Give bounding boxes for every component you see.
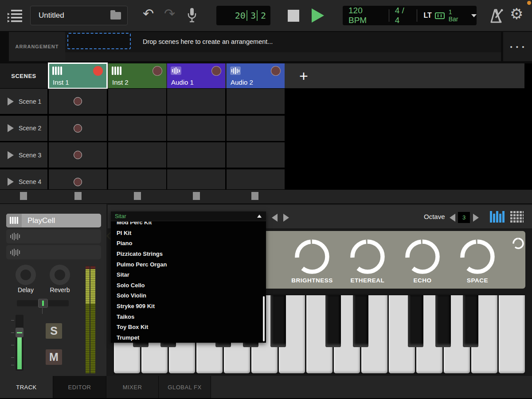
track-header-inst-2[interactable]: Inst 2 [108, 63, 166, 88]
sound-item[interactable]: Mod Perc Kit [111, 222, 266, 228]
sound-item[interactable]: Pizzicato Strings [111, 249, 266, 259]
clip-cell[interactable] [227, 89, 285, 114]
preset-prev-button[interactable] [272, 214, 278, 222]
chevron-down-icon[interactable] [471, 14, 477, 17]
record-armed-dot[interactable] [93, 66, 103, 76]
metronome-icon[interactable] [489, 8, 505, 24]
clip-cell[interactable] [49, 116, 107, 141]
white-key[interactable] [499, 295, 525, 373]
stop-clips-button[interactable] [193, 192, 200, 200]
stop-clips-button[interactable] [20, 192, 27, 200]
macro-knob-space[interactable] [459, 238, 496, 275]
clip-cell[interactable] [227, 116, 285, 141]
song-menu-icon[interactable] [7, 8, 23, 23]
stop-clips-button[interactable] [134, 192, 141, 200]
clip-cell[interactable] [167, 116, 225, 141]
clip-record-dot[interactable] [74, 97, 82, 106]
mini-knob-icon[interactable] [511, 236, 525, 250]
black-key[interactable] [408, 295, 423, 347]
scene-row-label[interactable]: Scene 1 [0, 89, 47, 114]
add-track-button[interactable]: + [290, 63, 317, 88]
play-button[interactable] [312, 8, 324, 23]
tab-mixer[interactable]: MIXER [106, 376, 159, 398]
sound-item[interactable]: Taikos [111, 311, 266, 322]
scene-play-icon[interactable] [8, 98, 14, 106]
sound-item[interactable]: Toy Box Kit [111, 322, 266, 332]
track-header-audio-2[interactable]: Audio 2 [227, 63, 285, 88]
redo-button[interactable]: ↷ [164, 6, 175, 21]
clip-cell[interactable] [108, 116, 166, 141]
scene-row-label[interactable]: Scene 3 [0, 142, 47, 168]
track-header-audio-1[interactable]: Audio 1 [167, 63, 225, 88]
undo-button[interactable]: ↶ [143, 6, 154, 21]
track-header-inst-1[interactable]: Inst 1 [49, 63, 107, 88]
clip-cell[interactable] [227, 169, 285, 190]
solo-button[interactable]: S [46, 323, 62, 339]
sound-item[interactable]: Pulmo Perc Organ [111, 259, 266, 270]
fx-slot-2[interactable] [6, 245, 101, 259]
fx-slot-1[interactable] [6, 229, 101, 243]
preset-next-button[interactable] [283, 214, 289, 222]
record-dot[interactable] [153, 66, 162, 76]
tempo-value[interactable]: 120 BPM [343, 6, 389, 25]
clip-record-dot[interactable] [74, 124, 82, 133]
arrangement-more-button[interactable]: • • • [503, 32, 532, 61]
sound-item[interactable]: PI Kit [111, 228, 266, 239]
macro-knob-brightness[interactable] [293, 238, 331, 275]
macro-knob-echo[interactable] [404, 238, 441, 275]
reverb-knob[interactable] [50, 265, 70, 285]
keyboard-view-icon[interactable] [490, 211, 505, 223]
black-key[interactable] [325, 295, 341, 347]
clip-cell[interactable] [167, 142, 225, 168]
pan-slider-handle[interactable] [38, 299, 48, 308]
scene-row-label[interactable]: Scene 2 [0, 116, 47, 141]
clip-cell[interactable] [49, 169, 107, 190]
settings-gear-icon[interactable]: ⚙ [510, 5, 523, 23]
count-in-value[interactable]: 1 Bar [449, 8, 463, 23]
clip-cell[interactable] [108, 169, 166, 190]
sound-item[interactable]: Stryke 909 Kit [111, 301, 266, 312]
tab-editor[interactable]: EDITOR [53, 376, 106, 398]
volume-fader-handle[interactable] [16, 328, 23, 337]
sound-item[interactable]: Solo Violin [111, 290, 266, 301]
scene-row-label[interactable]: Scene 4 [0, 169, 47, 190]
tempo-settings[interactable]: 120 BPM 4 / 4 LT 1 Bar [343, 6, 477, 25]
sound-browser-header[interactable]: Sitar [111, 211, 266, 221]
sound-list-scrollbar[interactable] [263, 296, 265, 341]
sound-item[interactable]: Solo Cello [111, 280, 266, 291]
clip-cell[interactable] [108, 142, 166, 168]
macro-knob-ethereal[interactable] [349, 238, 386, 275]
record-dot[interactable] [271, 66, 281, 76]
clip-record-dot[interactable] [74, 151, 82, 159]
clip-cell[interactable] [108, 89, 166, 114]
clip-cell[interactable] [227, 142, 285, 168]
instrument-button[interactable]: PlayCell [6, 214, 101, 227]
tab-global-fx[interactable]: GLOBAL FX [159, 376, 211, 398]
stop-button[interactable] [288, 10, 299, 22]
record-dot[interactable] [211, 66, 221, 76]
black-key[interactable] [270, 295, 286, 347]
stop-clips-button[interactable] [251, 192, 258, 200]
folder-icon[interactable] [110, 12, 121, 20]
time-signature[interactable]: 4 / 4 [389, 6, 417, 25]
microphone-icon[interactable] [186, 7, 198, 24]
song-title-field[interactable]: Untitled [30, 6, 128, 25]
octave-down-button[interactable] [450, 214, 455, 222]
delay-knob[interactable] [16, 265, 36, 285]
pads-view-icon[interactable] [510, 211, 524, 223]
mute-button[interactable]: M [46, 349, 62, 365]
black-key[interactable] [435, 295, 451, 347]
sound-item[interactable]: Piano [111, 238, 266, 249]
scene-play-icon[interactable] [8, 124, 14, 132]
octave-up-button[interactable] [473, 214, 479, 222]
clip-cell[interactable] [167, 89, 225, 114]
arrangement-drop-zone[interactable] [67, 33, 131, 49]
tab-track[interactable]: TRACK [0, 376, 53, 398]
scene-play-icon[interactable] [8, 151, 14, 159]
sound-item[interactable]: Sitar [111, 270, 266, 280]
song-position-display[interactable]: 20 3 2 [216, 6, 270, 25]
black-key[interactable] [463, 295, 478, 347]
black-key[interactable] [353, 295, 368, 347]
clip-cell[interactable] [167, 169, 225, 190]
stop-clips-button[interactable] [74, 192, 82, 200]
